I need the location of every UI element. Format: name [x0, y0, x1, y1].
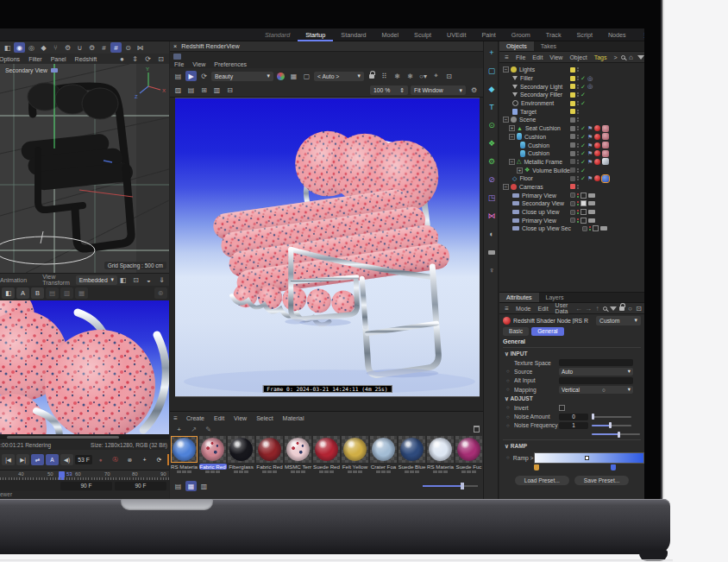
circles-icon[interactable]: ⊙ — [122, 42, 134, 53]
compare-a-button[interactable]: A — [16, 287, 29, 299]
menu-preferences[interactable]: Preferences — [210, 61, 251, 67]
source-dropdown[interactable]: Auto▾ — [559, 368, 633, 376]
layer-toggle[interactable] — [570, 201, 575, 206]
object-row[interactable]: − Cameras — [499, 183, 644, 192]
ab-split-icon[interactable]: ◧ — [2, 287, 15, 299]
generator-icon[interactable]: ⊙ — [486, 119, 498, 131]
add-material-icon[interactable]: + — [173, 424, 185, 434]
texture-tag[interactable] — [602, 158, 609, 165]
eyedropper-icon[interactable]: ✎ — [203, 424, 214, 434]
alt-input-field[interactable] — [559, 377, 633, 384]
menu-select[interactable]: Select — [252, 415, 277, 421]
workspace-tab[interactable]: Standard — [333, 28, 373, 41]
camera-tag-icon[interactable] — [588, 201, 595, 205]
filter-icon[interactable] — [610, 306, 617, 311]
tab-layers[interactable]: Layers — [539, 293, 571, 302]
render-sphere-icon[interactable]: ● — [116, 54, 128, 64]
workspace-tab[interactable]: Script — [569, 28, 600, 41]
hamburger-icon[interactable]: ≡ — [501, 303, 512, 313]
scrollbar-thumb[interactable] — [7, 436, 119, 439]
viewport-link-icon-active[interactable] — [581, 200, 587, 206]
thumbnail-size-slider[interactable] — [423, 485, 478, 487]
menu-tags[interactable]: Tags — [591, 54, 611, 60]
object-row[interactable]: Secondary Filler ✓ — [499, 91, 644, 99]
invert-checkbox[interactable] — [559, 405, 565, 411]
material-item[interactable]: Fabric Red — [255, 435, 284, 478]
noise-amount-slider[interactable] — [592, 416, 631, 418]
renderview-tab-icon[interactable] — [173, 54, 181, 60]
ramp-knot-right[interactable] — [611, 464, 616, 470]
camera-tag-icon[interactable] — [588, 210, 595, 214]
material-sphere[interactable] — [429, 438, 452, 461]
close-icon[interactable]: × — [173, 42, 177, 50]
expander-icon[interactable]: − — [503, 117, 509, 123]
shading-isoline-icon[interactable]: ◆ — [38, 42, 49, 53]
lock-icon[interactable] — [366, 71, 377, 81]
texture-tag[interactable] — [602, 142, 609, 148]
layer-color[interactable] — [570, 92, 575, 98]
noise-frequency-slider[interactable] — [592, 425, 631, 426]
viewport-link-icon[interactable] — [581, 218, 587, 224]
move-tool-icon[interactable]: + — [486, 47, 498, 59]
enable-dots[interactable] — [577, 193, 579, 198]
up-icon[interactable]: ↑ — [594, 303, 600, 313]
enable-dots[interactable] — [577, 110, 579, 114]
material-sphere[interactable] — [372, 438, 395, 461]
rotate-keys-icon[interactable]: ⟳ — [153, 454, 166, 465]
snapshot-stack-icon[interactable]: ▥ — [60, 287, 73, 299]
object-row[interactable]: Cushion ✓⚑ — [499, 141, 644, 149]
snapshot-save-icon[interactable]: ▦ — [75, 287, 88, 299]
layer-color[interactable] — [570, 101, 575, 106]
texture-tag-selected[interactable] — [602, 175, 609, 182]
layer-toggle[interactable] — [570, 218, 575, 223]
filter-icon[interactable] — [637, 55, 644, 60]
spline-rect-icon[interactable]: ▢ — [486, 65, 498, 77]
snapshot-icon[interactable]: ▤ — [46, 287, 59, 299]
menu-panel[interactable]: Panel — [47, 56, 71, 62]
menu-filter[interactable]: Filter — [24, 56, 47, 62]
noise-frequency-field[interactable]: 1 — [559, 422, 588, 429]
refresh-icon[interactable]: ⟳ — [198, 71, 210, 81]
target-tag-icon[interactable]: ◎ — [587, 75, 593, 82]
expander-icon[interactable]: − — [509, 159, 515, 165]
material-sphere[interactable] — [258, 438, 281, 461]
search-icon[interactable] — [621, 55, 625, 60]
snapshot-freeze-all-icon[interactable]: ❄ — [405, 71, 416, 81]
go-to-start-button[interactable]: |◀ — [2, 454, 15, 465]
menu-create[interactable]: Create — [182, 415, 209, 421]
detail-view-icon[interactable]: ▥ — [198, 481, 210, 491]
adjust-section-header[interactable]: ∨ ADJUST — [499, 394, 644, 403]
object-row[interactable]: Secondary View — [499, 199, 644, 208]
text-tool-icon[interactable]: T — [486, 101, 498, 113]
layer-color[interactable] — [570, 176, 575, 181]
camera-tag-icon[interactable] — [600, 226, 607, 230]
object-row[interactable]: ◇Floor ✓⚑ — [499, 174, 644, 183]
aov-dropdown[interactable]: < Auto >▾ — [314, 72, 364, 81]
object-row[interactable]: − Cushion ✓⚑ — [499, 133, 644, 142]
deformer-icon[interactable]: ⊘ — [486, 174, 498, 186]
sound-button[interactable]: ◀) — [60, 454, 73, 465]
material-item[interactable]: MSMC Terr — [284, 435, 312, 478]
material-sphere[interactable] — [229, 438, 253, 461]
layer-color[interactable] — [570, 151, 575, 156]
menu-edit[interactable]: Edit — [535, 306, 552, 312]
redshift-material-tag[interactable] — [594, 150, 600, 156]
renderview-titlebar[interactable]: × Redshift RenderView — [170, 41, 483, 52]
material-item[interactable]: RS Materia — [426, 435, 455, 478]
sphere-icon[interactable]: ◒ — [143, 275, 154, 285]
material-sphere[interactable] — [286, 438, 310, 461]
tab-objects[interactable]: Objects — [499, 41, 534, 51]
autokey-record-icon[interactable]: Ⓐ — [109, 454, 122, 465]
menu-view[interactable]: View — [188, 61, 210, 67]
layer-color[interactable] — [570, 134, 575, 139]
environment-sphere-icon[interactable]: ◐ — [486, 228, 498, 240]
view-transform-dropdown[interactable]: Embedded▾ — [76, 275, 117, 285]
redshift-material-tag[interactable] — [594, 159, 600, 165]
back-icon[interactable]: ← — [575, 303, 582, 313]
hamburger-icon[interactable]: ≡ — [170, 414, 181, 424]
menu-file[interactable]: File — [170, 61, 188, 67]
viewport-link-icon[interactable] — [593, 225, 599, 231]
material-item[interactable]: Suede Red — [312, 435, 341, 478]
enable-dots[interactable] — [577, 92, 579, 97]
layer-color[interactable] — [570, 142, 575, 148]
